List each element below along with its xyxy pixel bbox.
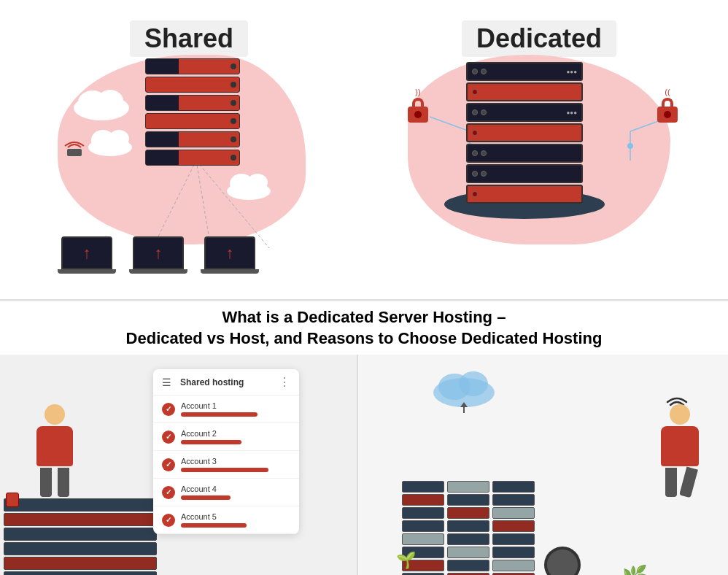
account-content: Account 5 bbox=[181, 512, 290, 528]
svg-point-21 bbox=[459, 371, 488, 396]
router-icon bbox=[63, 139, 85, 158]
account-label: Account 5 bbox=[181, 512, 290, 521]
panel-accounts-list: Account 1 Account 2 Account 3 Account 4 bbox=[153, 395, 299, 534]
laptops-row: ↑ ↑ ↑ bbox=[58, 236, 259, 274]
panel-account-item: Account 1 bbox=[153, 395, 299, 423]
device-icon bbox=[544, 547, 581, 575]
coffee-cup bbox=[6, 493, 19, 507]
check-icon bbox=[162, 458, 175, 471]
person-servers-illustration bbox=[0, 380, 168, 575]
svg-rect-9 bbox=[67, 149, 82, 156]
svg-point-5 bbox=[109, 130, 129, 147]
rack-column-2 bbox=[447, 481, 489, 575]
account-content: Account 2 bbox=[181, 429, 290, 444]
shared-server-stack bbox=[145, 58, 240, 166]
rack-column-3 bbox=[492, 481, 535, 575]
shared-label: Shared bbox=[130, 20, 248, 57]
usage-bar bbox=[181, 412, 257, 417]
usage-bar bbox=[181, 523, 247, 528]
check-icon bbox=[162, 486, 175, 499]
panel-header: ☰ Shared hosting ⋮ bbox=[153, 369, 299, 395]
check-icon bbox=[162, 514, 175, 527]
top-illustration: Shared bbox=[0, 0, 728, 299]
account-label: Account 2 bbox=[181, 429, 290, 438]
panel-account-item: Account 4 bbox=[153, 479, 299, 506]
padlock-right: (( bbox=[657, 88, 678, 123]
svg-point-8 bbox=[247, 174, 268, 191]
account-label: Account 4 bbox=[181, 485, 290, 493]
person-figure-left bbox=[36, 404, 73, 497]
account-label: Account 3 bbox=[181, 457, 290, 466]
usage-bar bbox=[181, 495, 231, 500]
title-section: What is a Dedicated Server Hosting – Ded… bbox=[0, 301, 728, 355]
cloud-icon-2 bbox=[87, 124, 134, 159]
cloud-icon-1 bbox=[72, 80, 131, 123]
account-label: Account 1 bbox=[181, 401, 290, 410]
laptop-3: ↑ bbox=[201, 236, 259, 274]
page-title: What is a Dedicated Server Hosting – Ded… bbox=[15, 307, 713, 349]
usage-bar bbox=[181, 440, 241, 444]
bottom-left-panel: ☰ Shared hosting ⋮ Account 1 Account 2 A… bbox=[0, 355, 357, 575]
account-content: Account 3 bbox=[181, 457, 290, 472]
menu-icon: ☰ bbox=[162, 377, 171, 388]
leaf-decoration-icon: 🌿 bbox=[622, 564, 648, 575]
cloud-icon-3 bbox=[225, 168, 273, 203]
laptop-1: ↑ bbox=[58, 236, 116, 274]
shared-hosting-panel: ☰ Shared hosting ⋮ Account 1 Account 2 A… bbox=[153, 369, 299, 534]
panel-account-item: Account 5 bbox=[153, 506, 299, 534]
padlock-left: )) bbox=[408, 88, 428, 123]
bottom-right-panel: 🌿 🌱 bbox=[358, 355, 728, 575]
dedicated-server-racks bbox=[402, 481, 535, 575]
dedicated-label: Dedicated bbox=[462, 20, 616, 57]
shared-side: Shared bbox=[14, 15, 364, 292]
plant-icon: 🌱 bbox=[396, 551, 416, 570]
panel-account-item: Account 3 bbox=[153, 451, 299, 479]
check-icon bbox=[162, 431, 175, 444]
check-icon bbox=[162, 403, 175, 416]
panel-account-item: Account 2 bbox=[153, 423, 299, 451]
dedicated-server-stack: ●●● ●●● bbox=[466, 62, 583, 204]
account-content: Account 4 bbox=[181, 485, 290, 500]
panel-title: Shared hosting bbox=[180, 377, 244, 387]
bottom-section: ☰ Shared hosting ⋮ Account 1 Account 2 A… bbox=[0, 355, 728, 575]
laptop-2: ↑ bbox=[129, 236, 187, 274]
usage-bar bbox=[181, 468, 268, 472]
server-racks-left bbox=[4, 498, 157, 575]
person-figure-right bbox=[661, 404, 699, 497]
dedicated-side: Dedicated ●●● ●●● bbox=[364, 15, 714, 292]
cloud-upload-icon bbox=[431, 362, 497, 416]
account-content: Account 1 bbox=[181, 401, 290, 417]
svg-point-2 bbox=[97, 90, 123, 112]
more-options-icon: ⋮ bbox=[279, 375, 290, 389]
